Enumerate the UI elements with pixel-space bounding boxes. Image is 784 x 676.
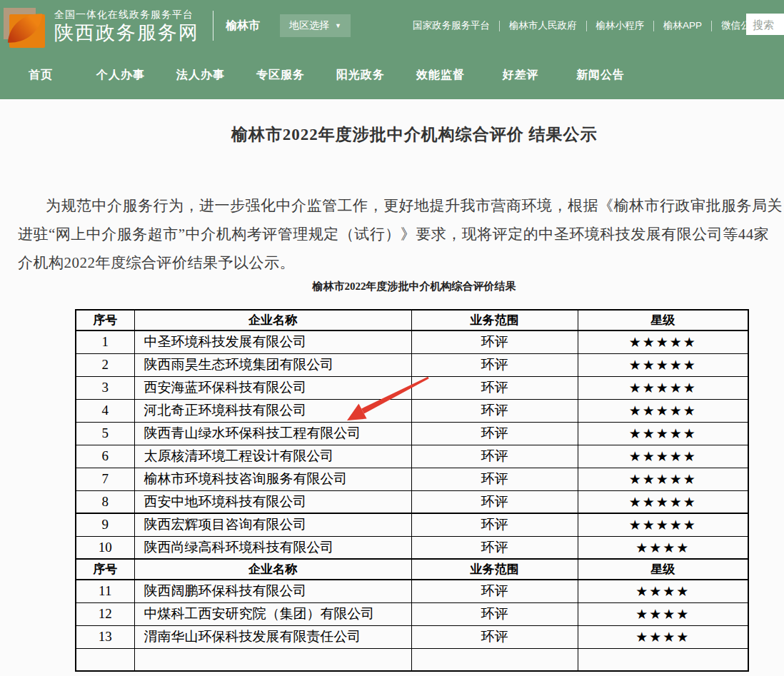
cell-no: 7 <box>76 468 134 490</box>
cell-no: 5 <box>76 422 134 445</box>
cell-name: 陕西尚绿高科环境科技有限公司 <box>134 536 411 559</box>
table-row-partial <box>76 648 748 671</box>
cell-name: 中圣环境科技发展有限公司 <box>134 331 411 353</box>
cell-no: 10 <box>76 536 134 559</box>
cell-stars: ★★★★ <box>578 536 748 559</box>
search-input[interactable] <box>746 14 784 35</box>
cell-scope: 环评 <box>411 445 578 468</box>
top-link-separator <box>499 21 500 31</box>
cell-name: 河北奇正环境科技有限公司 <box>134 399 411 422</box>
table-row: 11陕西阔鹏环保科技有限公司环评★★★★ <box>76 580 748 602</box>
cell-no: 3 <box>76 376 134 399</box>
main-nav: 首页个人办事法人办事专区服务阳光政务效能监督好差评新闻公告 <box>0 51 784 99</box>
cell-stars: ★★★★★ <box>578 422 748 445</box>
nav-item-3[interactable]: 专区服务 <box>251 68 311 83</box>
top-link-separator <box>586 21 587 31</box>
cell-no: 1 <box>76 331 134 353</box>
cell-name: 西安中地环境科技有限公司 <box>134 490 411 513</box>
top-links: 国家政务服务平台榆林市人民政府榆林小程序榆林APP微信公众号 <box>413 19 770 32</box>
cell-name: 陕西雨昊生态环境集团有限公司 <box>134 353 411 376</box>
cell-no: 8 <box>76 490 134 513</box>
cell-scope: 环评 <box>411 376 578 399</box>
table-row: 13渭南华山环保科技发展有限责任公司环评★★★★ <box>76 625 748 648</box>
table-title: 榆林市2022年度涉批中介机构综合评价结果 <box>0 280 784 293</box>
top-link-0[interactable]: 国家政务服务平台 <box>413 19 490 32</box>
nav-item-0[interactable]: 首页 <box>11 68 71 83</box>
paragraph-line: 为规范中介服务行为，进一步强化中介监管工作，更好地提升我市营商环境，根据《榆林市… <box>18 191 784 220</box>
column-header: 企业名称 <box>134 310 411 331</box>
evaluation-table: 序号企业名称业务范围星级1中圣环境科技发展有限公司环评★★★★★2陕西雨昊生态环… <box>75 309 749 672</box>
brand-divider <box>213 11 213 41</box>
cell-scope: 环评 <box>411 331 578 353</box>
nav-item-2[interactable]: 法人办事 <box>171 68 231 83</box>
cell-no: 9 <box>76 513 134 536</box>
cell-stars: ★★★★★ <box>578 376 748 399</box>
cell-scope: 环评 <box>411 625 578 648</box>
cell-name: 榆林市环境科技咨询服务有限公司 <box>134 468 411 490</box>
table-row: 8西安中地环境科技有限公司环评★★★★★ <box>76 490 748 513</box>
cell-stars: ★★★★★ <box>578 331 748 353</box>
table-row: 12中煤科工西安研究院（集团）有限公司环评★★★★ <box>76 602 748 625</box>
column-header: 序号 <box>76 310 134 331</box>
table-row: 2陕西雨昊生态环境集团有限公司环评★★★★★ <box>76 353 748 376</box>
current-city-label: 榆林市 <box>226 19 260 34</box>
site-logo-icon[interactable] <box>4 6 45 48</box>
cell-empty <box>578 648 748 671</box>
paragraph-line: 进驻“网上中介服务超市”中介机构考评管理规定（试行）》要求，现将评定的中圣环境科… <box>18 220 784 248</box>
column-header: 业务范围 <box>411 310 578 331</box>
cell-scope: 环评 <box>411 513 578 536</box>
table-row: 9陕西宏辉项目咨询有限公司环评★★★★★ <box>76 513 748 536</box>
table-header-row: 序号企业名称业务范围星级 <box>76 559 748 580</box>
region-select-button[interactable]: 地区选择 ▼ <box>280 14 351 37</box>
column-header: 序号 <box>76 559 134 580</box>
cell-name: 太原核清环境工程设计有限公司 <box>134 445 411 468</box>
cell-scope: 环评 <box>411 422 578 445</box>
cell-stars: ★★★★ <box>578 580 748 602</box>
cell-name: 西安海蓝环保科技有限公司 <box>134 376 411 399</box>
cell-scope: 环评 <box>411 353 578 376</box>
top-bar: 全国一体化在线政务服务平台 陕西政务服务网 榆林市 地区选择 ▼ 国家政务服务平… <box>0 0 784 51</box>
cell-empty <box>134 648 411 671</box>
top-link-3[interactable]: 榆林APP <box>663 19 702 32</box>
top-link-2[interactable]: 榆林小程序 <box>596 19 645 32</box>
cell-name: 陕西青山绿水环保科技工程有限公司 <box>134 422 411 445</box>
site-header: 全国一体化在线政务服务平台 陕西政务服务网 榆林市 地区选择 ▼ 国家政务服务平… <box>0 0 784 99</box>
cell-stars: ★★★★★ <box>578 399 748 422</box>
cell-no: 4 <box>76 399 134 422</box>
cell-stars: ★★★★★ <box>578 490 748 513</box>
cell-stars: ★★★★★ <box>578 445 748 468</box>
cell-no: 13 <box>76 625 134 648</box>
table-row: 10陕西尚绿高科环境科技有限公司环评★★★★ <box>76 536 748 559</box>
cell-empty <box>76 648 134 671</box>
cell-no: 2 <box>76 353 134 376</box>
table-row: 4河北奇正环境科技有限公司环评★★★★★ <box>76 399 748 422</box>
announcement-paragraph: 为规范中介服务行为，进一步强化中介监管工作，更好地提升我市营商环境，根据《榆林市… <box>18 191 784 277</box>
cell-scope: 环评 <box>411 468 578 490</box>
table-row: 3西安海蓝环保科技有限公司环评★★★★★ <box>76 376 748 399</box>
cell-stars: ★★★★ <box>578 602 748 625</box>
cell-scope: 环评 <box>411 399 578 422</box>
nav-item-7[interactable]: 新闻公告 <box>571 68 630 83</box>
cell-no: 11 <box>76 580 134 602</box>
chevron-down-icon: ▼ <box>335 22 341 29</box>
nav-item-5[interactable]: 效能监督 <box>411 68 471 83</box>
top-link-1[interactable]: 榆林市人民政府 <box>509 19 577 32</box>
column-header: 星级 <box>578 559 748 580</box>
cell-no: 6 <box>76 445 134 468</box>
nav-item-6[interactable]: 好差评 <box>491 68 551 83</box>
table-header-row: 序号企业名称业务范围星级 <box>76 310 748 331</box>
site-name: 陕西政务服务网 <box>54 21 199 44</box>
cell-empty <box>411 648 578 671</box>
top-link-separator <box>711 21 712 31</box>
nav-item-4[interactable]: 阳光政务 <box>331 68 391 83</box>
brand-block: 全国一体化在线政务服务平台 陕西政务服务网 <box>54 7 199 44</box>
nav-item-1[interactable]: 个人办事 <box>91 68 151 83</box>
cell-scope: 环评 <box>411 580 578 602</box>
table-row: 7榆林市环境科技咨询服务有限公司环评★★★★★ <box>76 468 748 490</box>
cell-scope: 环评 <box>411 602 578 625</box>
cell-name: 陕西阔鹏环保科技有限公司 <box>134 580 411 602</box>
table-row: 1中圣环境科技发展有限公司环评★★★★★ <box>76 331 748 353</box>
article-content: 榆林市2022年度涉批中介机构综合评价 结果公示 为规范中介服务行为，进一步强化… <box>0 126 784 672</box>
top-link-separator <box>653 21 654 31</box>
cell-scope: 环评 <box>411 536 578 559</box>
